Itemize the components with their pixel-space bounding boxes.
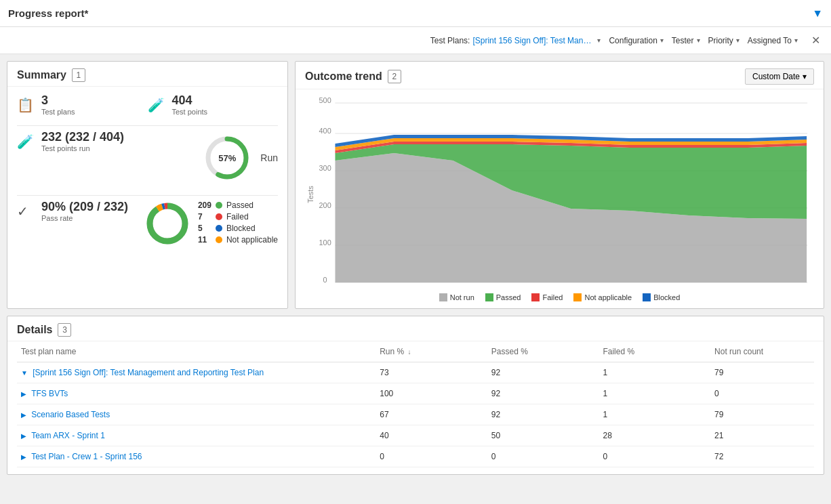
col-passed-header: Passed % [487, 341, 599, 362]
test-points-icon: 🧪 [148, 97, 165, 113]
row-link[interactable]: TFS BVTs [31, 389, 68, 398]
test-points-label: Test points [172, 108, 208, 116]
tester-label: Tester [672, 36, 694, 45]
expand-icon[interactable]: ▶ [21, 453, 26, 461]
run-label: Test points run [41, 144, 124, 152]
expand-icon[interactable]: ▶ [21, 411, 26, 419]
top-bar: Progress report* ▼ [0, 0, 831, 27]
assigned-to-filter[interactable]: Assigned To ▾ [748, 36, 798, 45]
pass-icon: ✓ [17, 203, 35, 219]
summary-header: Summary 1 [7, 62, 287, 87]
expand-icon[interactable]: ▼ [21, 369, 28, 377]
trend-number: 2 [388, 70, 401, 83]
table-row: ▼ [Sprint 156 Sign Off]: Test Management… [17, 362, 814, 383]
failed-dot [216, 213, 222, 220]
col-name-header: Test plan name [17, 341, 376, 362]
table-row: ▶ Scenario Based Tests 67 92 1 79 [17, 404, 814, 425]
col-failed-header: Failed % [599, 341, 710, 362]
run-percent-label: 57% [218, 153, 236, 163]
row-name-cell: ▶ Team ARX - Sprint 1 [17, 425, 376, 446]
failed-cell: 1 [599, 362, 710, 383]
test-plans-label: Test plans [41, 108, 75, 116]
row-name-cell: ▶ TFS BVTs [17, 383, 376, 404]
test-plans-label: Test Plans: [430, 36, 470, 45]
failed-count: 7 [198, 212, 211, 222]
test-plans-chevron-icon: ▾ [597, 37, 601, 44]
filter-icon[interactable]: ▼ [812, 7, 823, 20]
col-run-header[interactable]: Run % ↓ [376, 341, 487, 362]
header-row: Test plan name Run % ↓ Passed % Failed %… [17, 341, 814, 362]
passed-label: Passed [226, 201, 254, 210]
tester-chevron-icon: ▾ [697, 37, 700, 44]
test-plans-value: 3 [41, 93, 75, 108]
run-icon: 🧪 [17, 133, 35, 150]
row-link[interactable]: [Sprint 156 Sign Off]: Test Management a… [33, 368, 264, 377]
row-link[interactable]: Scenario Based Tests [31, 410, 110, 419]
pass-donut [144, 200, 191, 247]
blocked-count: 5 [198, 224, 211, 233]
not-applicable-count: 11 [198, 235, 211, 245]
run-ring: 57% [203, 134, 251, 182]
legend-not-applicable: 11 Not applicable [198, 235, 278, 245]
trend-title-group: Outcome trend 2 [305, 70, 401, 83]
test-plans-filter[interactable]: Test Plans: [Sprint 156 Sign Off]: Test … [430, 36, 601, 45]
row-name-cell: ▶ Scenario Based Tests [17, 404, 376, 425]
run-ring-container: 57% Run [203, 130, 278, 186]
legend-not-run: Not run [439, 293, 474, 301]
details-panel: Details 3 Test plan name Run % ↓ Passed … [7, 316, 824, 475]
pass-rate-row: ✓ 90% (209 / 232) Pass rate [17, 200, 278, 247]
failed-label: Failed [226, 212, 249, 222]
svg-text:0: 0 [323, 276, 327, 284]
blocked-label: Blocked [226, 224, 256, 233]
notrun-cell: 0 [710, 383, 814, 404]
priority-filter[interactable]: Priority ▾ [708, 36, 739, 45]
table-body: ▼ [Sprint 156 Sign Off]: Test Management… [17, 362, 814, 467]
passed-cell: 92 [487, 383, 599, 404]
test-points-value: 404 [172, 93, 208, 108]
test-points-stat: 🧪 404 Test points [148, 93, 279, 116]
expand-icon[interactable]: ▶ [21, 432, 26, 440]
custom-date-label: Custom Date [752, 72, 800, 81]
configuration-filter[interactable]: Configuration ▾ [609, 36, 663, 45]
summary-panel: Summary 1 📋 3 Test plans 🧪 [7, 61, 288, 309]
passed-count: 209 [198, 201, 211, 210]
tester-filter[interactable]: Tester ▾ [672, 36, 700, 45]
filter-close-button[interactable]: ✕ [811, 34, 820, 47]
legend-failed: 7 Failed [198, 212, 278, 222]
custom-date-button[interactable]: Custom Date ▾ [745, 68, 814, 85]
row-link[interactable]: Test Plan - Crew 1 - Sprint 156 [31, 452, 142, 461]
test-plans-value: [Sprint 156 Sign Off]: Test Management a… [472, 36, 594, 45]
passed-cell: 0 [487, 446, 599, 467]
notrun-cell: 79 [710, 404, 814, 425]
passed-legend-icon [485, 293, 493, 301]
configuration-chevron-icon: ▾ [660, 37, 664, 44]
test-plans-stat: 📋 3 Test plans [17, 93, 148, 116]
run-desc-label: Run [260, 152, 278, 163]
failed-legend-label: Failed [542, 293, 563, 301]
row-name-cell: ▶ Test Plan - Crew 1 - Sprint 156 [17, 446, 376, 467]
failed-legend-icon [531, 293, 540, 301]
row-link[interactable]: Team ARX - Sprint 1 [31, 431, 105, 440]
pass-rate-value: 90% (209 / 232) [41, 200, 128, 214]
legend-passed-chart: Passed [485, 293, 521, 301]
outcome-chart: 0 100 200 300 400 500 Tests [305, 96, 814, 286]
passed-cell: 92 [487, 362, 599, 383]
table-row: ▶ Team ARX - Sprint 1 40 50 28 21 [17, 425, 814, 446]
table-header: Test plan name Run % ↓ Passed % Failed %… [17, 341, 814, 362]
legend-failed-chart: Failed [531, 293, 563, 301]
pass-rate-label: Pass rate [41, 214, 128, 222]
configuration-label: Configuration [609, 36, 657, 45]
details-number: 3 [58, 323, 71, 337]
svg-text:100: 100 [319, 238, 331, 247]
not-run-legend-label: Not run [450, 293, 474, 301]
summary-number: 1 [72, 68, 85, 82]
main-content: Summary 1 📋 3 Test plans 🧪 [0, 54, 831, 482]
outcome-trend-panel: Outcome trend 2 Custom Date ▾ 0 100 200 … [295, 61, 824, 309]
failed-cell: 1 [599, 383, 710, 404]
run-cell: 73 [376, 362, 487, 383]
notrun-cell: 72 [710, 446, 814, 467]
expand-icon[interactable]: ▶ [21, 390, 26, 398]
test-plans-icon: 📋 [17, 97, 35, 113]
filter-bar: Test Plans: [Sprint 156 Sign Off]: Test … [0, 27, 831, 54]
blocked-legend-icon [643, 293, 651, 301]
